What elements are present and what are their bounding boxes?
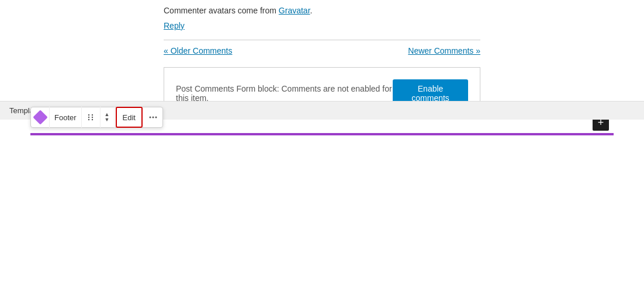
footer-label: Footer — [50, 107, 82, 128]
svg-point-0 — [88, 114, 89, 116]
drag-handle[interactable] — [82, 107, 101, 128]
svg-point-5 — [92, 119, 93, 120]
svg-point-8 — [155, 117, 157, 118]
gravatar-link[interactable]: Gravatar — [279, 6, 310, 15]
more-options-button[interactable] — [144, 107, 162, 128]
move-up-down-buttons[interactable]: ▲ ▼ — [101, 107, 115, 128]
footer-section: Pickup WP Proudly powered by WordPress + — [30, 133, 614, 135]
svg-point-6 — [149, 117, 151, 118]
svg-point-7 — [152, 117, 154, 118]
older-comments-link[interactable]: « Older Comments — [164, 46, 232, 55]
footer-block-icon — [31, 107, 50, 128]
newer-comments-link[interactable]: Newer Comments » — [408, 46, 480, 55]
svg-point-2 — [88, 119, 89, 120]
post-comments-message: Post Comments Form block: Comments are n… — [176, 84, 393, 103]
reply-link[interactable]: Reply — [164, 21, 185, 30]
svg-point-4 — [92, 117, 93, 118]
gravatar-text: Commenter avatars come from Gravatar. — [164, 6, 480, 15]
svg-point-1 — [88, 117, 89, 118]
edit-button[interactable]: Edit — [116, 107, 143, 128]
move-down-icon: ▼ — [105, 117, 110, 123]
footer-block-toolbar: Footer ▲ ▼ Edit — [30, 107, 163, 128]
wp-diamond-icon — [33, 110, 47, 124]
comments-navigation: « Older Comments Newer Comments » — [164, 40, 480, 61]
svg-point-3 — [92, 114, 93, 116]
